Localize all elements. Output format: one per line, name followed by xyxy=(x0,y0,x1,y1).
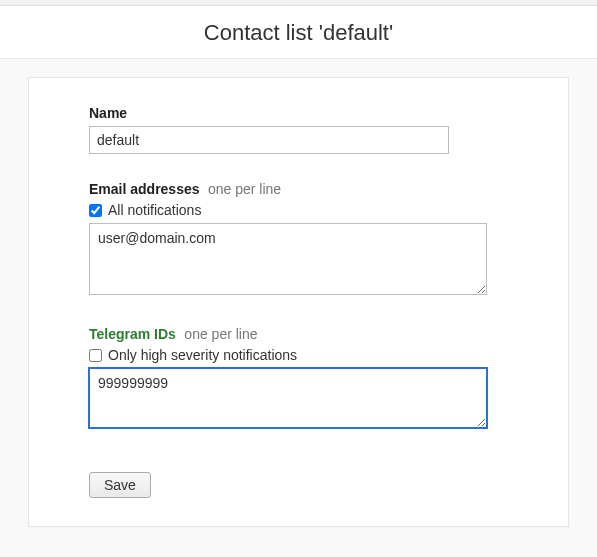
telegram-textarea[interactable] xyxy=(89,368,487,428)
email-hint: one per line xyxy=(208,181,281,197)
telegram-field: Telegram IDs one per line Only high seve… xyxy=(89,325,508,432)
name-label-row: Name xyxy=(89,104,508,122)
name-input[interactable] xyxy=(89,126,449,154)
email-checkbox-row[interactable]: All notifications xyxy=(89,202,508,218)
content-wrapper: Name Email addresses one per line All no… xyxy=(0,59,597,545)
telegram-checkbox-label: Only high severity notifications xyxy=(108,347,297,363)
email-textarea[interactable] xyxy=(89,223,487,295)
telegram-label: Telegram IDs xyxy=(89,326,176,342)
save-button[interactable]: Save xyxy=(89,472,151,498)
email-checkbox-label: All notifications xyxy=(108,202,201,218)
email-field: Email addresses one per line All notific… xyxy=(89,180,508,299)
email-label: Email addresses xyxy=(89,181,200,197)
name-field: Name xyxy=(89,104,508,154)
email-all-notifications-checkbox[interactable] xyxy=(89,204,102,217)
telegram-checkbox-row[interactable]: Only high severity notifications xyxy=(89,347,508,363)
page-title: Contact list 'default' xyxy=(0,20,597,46)
telegram-hint: one per line xyxy=(184,326,257,342)
telegram-high-severity-checkbox[interactable] xyxy=(89,349,102,362)
telegram-label-row: Telegram IDs one per line xyxy=(89,325,508,343)
form-card: Name Email addresses one per line All no… xyxy=(28,77,569,527)
email-label-row: Email addresses one per line xyxy=(89,180,508,198)
name-label: Name xyxy=(89,105,127,121)
page-header: Contact list 'default' xyxy=(0,6,597,59)
